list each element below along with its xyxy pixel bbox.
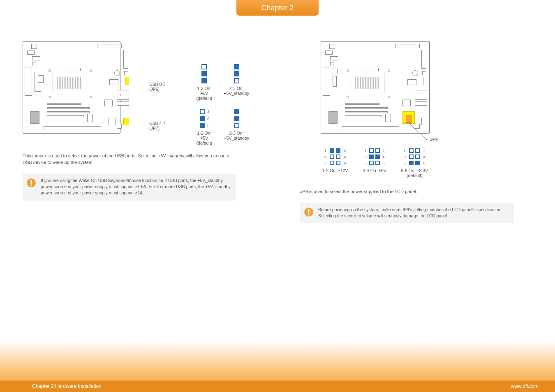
footer-left: Chapter 2 Hardware Installation bbox=[32, 383, 102, 389]
jp7-highlight bbox=[123, 118, 129, 125]
pin-icon bbox=[415, 148, 420, 153]
jp9-option2: 12 34 56 3-4 On: +5V bbox=[363, 148, 386, 178]
pin-icon bbox=[234, 123, 239, 128]
pin-on-icon bbox=[234, 71, 239, 76]
left-column: USB 0-3 (JP6) USB 4-7 (JP7) bbox=[0, 41, 278, 362]
jp6-option1: 1-2 On: +5V (default) bbox=[196, 63, 212, 101]
jp6-opt1-label: 1-2 On: +5V bbox=[196, 86, 212, 96]
jp9-opt1-label: 1-2 On: +12V bbox=[322, 168, 348, 173]
pin1-num: 1 bbox=[207, 123, 209, 128]
jp7-opt1-sub: (default) bbox=[196, 141, 212, 145]
jp9-option1: 12 34 56 1-2 On: +12V bbox=[322, 148, 348, 178]
pin-num: 5 bbox=[402, 161, 407, 165]
jp6-opt2-line2: +5V_standby bbox=[224, 91, 249, 96]
right-note-text: Before powering-on the system, make sure… bbox=[318, 207, 502, 218]
jp7-opt2-line2: +5V_standby bbox=[224, 136, 249, 141]
pin-num: 3 bbox=[324, 154, 328, 159]
pin-num: 1 bbox=[324, 148, 328, 153]
jp7-option2: 2-3 On: +5V_standby bbox=[224, 108, 249, 145]
pin-on-icon bbox=[415, 161, 420, 165]
pin-num: 4 bbox=[382, 154, 386, 159]
jp6-option2: 2-3 On: +5V_standby bbox=[224, 63, 249, 101]
usb03-jp-label: (JP6) bbox=[149, 87, 160, 92]
pin-icon bbox=[330, 154, 334, 159]
pin-icon bbox=[330, 161, 334, 165]
right-note-box: Before powering-on the system, make sure… bbox=[300, 203, 514, 223]
pin-on-icon bbox=[369, 154, 374, 159]
pin-num: 2 bbox=[423, 148, 427, 153]
jp7-option1: 3 2 1 1-2 On: +5V (default) bbox=[196, 108, 212, 145]
pin-on-icon bbox=[201, 71, 207, 76]
footer-bar: Chapter 2 Hardware Installation www.dfi.… bbox=[0, 380, 555, 392]
pin-icon bbox=[201, 64, 207, 69]
important-icon bbox=[303, 207, 314, 217]
jp6-highlight bbox=[125, 77, 129, 85]
pin-num: 5 bbox=[324, 161, 328, 165]
pin-icon bbox=[409, 148, 414, 153]
pin3-num: 3 bbox=[207, 109, 209, 114]
footer-right: www.dfi.com bbox=[511, 383, 539, 389]
pin-on-icon bbox=[336, 148, 340, 153]
pin-num: 5 bbox=[363, 161, 368, 165]
pin-icon bbox=[409, 154, 414, 159]
pin-on-icon bbox=[330, 148, 334, 153]
pin-num: 4 bbox=[343, 154, 347, 159]
usb47-jp-label: (JP7) bbox=[149, 126, 160, 131]
pin2-num: 2 bbox=[207, 116, 209, 121]
pin-icon bbox=[375, 148, 380, 153]
svg-rect-5 bbox=[308, 209, 309, 213]
pin-num: 1 bbox=[363, 148, 368, 153]
pin-on-icon bbox=[375, 154, 380, 159]
pin-num: 2 bbox=[382, 148, 386, 153]
pin-num: 3 bbox=[363, 154, 368, 159]
jp9-opt2-label: 3-4 On: +5V bbox=[363, 168, 386, 173]
right-body-text: JP9 is used to select the power supplied… bbox=[300, 189, 514, 195]
right-column: JP9 12 34 56 1-2 On: +12V 12 34 56 bbox=[278, 41, 555, 362]
important-icon bbox=[26, 178, 37, 188]
svg-line-3 bbox=[409, 123, 427, 140]
jp7-opt2-line1: 2-3 On: bbox=[224, 131, 249, 136]
pin-num: 1 bbox=[402, 148, 407, 153]
pin-icon bbox=[369, 161, 374, 165]
jp9-leader-line bbox=[407, 122, 432, 143]
pin-on-icon bbox=[201, 78, 207, 83]
pin-on-icon bbox=[409, 161, 414, 165]
footer-gradient bbox=[0, 341, 555, 380]
svg-rect-1 bbox=[30, 180, 32, 184]
pin-icon bbox=[369, 148, 374, 153]
jp9-option3: 12 34 56 5-6 On: +3.3V (default) bbox=[401, 148, 428, 178]
jp6-opt1-sub: (default) bbox=[196, 96, 212, 101]
usb47-label: USB 4-7 bbox=[149, 121, 166, 126]
pin-on-icon bbox=[234, 116, 239, 121]
jp7-opt1-label: 1-2 On: +5V bbox=[196, 131, 212, 141]
left-body-text: This jumper is used to select the power … bbox=[23, 153, 236, 166]
motherboard-diagram-left bbox=[23, 41, 120, 134]
pin-num: 6 bbox=[423, 161, 427, 165]
pin-on-icon bbox=[234, 109, 239, 114]
page-content: USB 0-3 (JP6) USB 4-7 (JP7) bbox=[0, 41, 555, 362]
pin-icon bbox=[375, 161, 380, 165]
pin-icon bbox=[200, 109, 205, 114]
pin-icon bbox=[415, 154, 420, 159]
pin-on-icon bbox=[234, 64, 239, 69]
pin-num: 6 bbox=[382, 161, 386, 165]
pin-num: 4 bbox=[423, 154, 427, 159]
usb03-label: USB 0-3 bbox=[149, 82, 166, 87]
svg-point-2 bbox=[30, 184, 32, 186]
left-note-text: If you are using the Wake-On-USB Keyboar… bbox=[41, 178, 231, 195]
left-note-box: If you are using the Wake-On-USB Keyboar… bbox=[23, 173, 236, 201]
jp9-opt3-line2: (default) bbox=[401, 173, 428, 178]
motherboard-diagram-right bbox=[321, 41, 430, 134]
jp9-opt3-line1: 5-6 On: +3.3V bbox=[401, 168, 428, 173]
pin-icon bbox=[336, 161, 340, 165]
pin-icon bbox=[234, 78, 239, 83]
pin-num: 2 bbox=[343, 148, 347, 153]
jp6-opt2-line1: 2-3 On: bbox=[224, 86, 249, 91]
pin-num: 3 bbox=[402, 154, 407, 159]
pin-num: 6 bbox=[343, 161, 347, 165]
pin-on-icon bbox=[200, 116, 205, 121]
pin-on-icon bbox=[200, 123, 205, 128]
svg-point-6 bbox=[308, 214, 309, 215]
chapter-tab: Chapter 2 bbox=[236, 0, 319, 16]
pin-icon bbox=[336, 154, 340, 159]
